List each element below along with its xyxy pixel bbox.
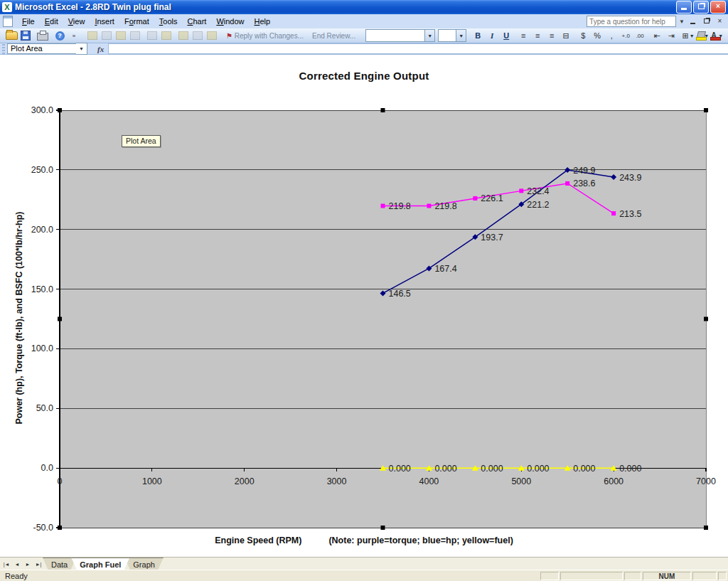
workbook-close-button[interactable]: × xyxy=(714,16,725,26)
font-size-select[interactable]: ▼ xyxy=(438,29,466,42)
svg-text:167.4: 167.4 xyxy=(434,264,456,274)
menu-view[interactable]: View xyxy=(63,15,90,28)
underline-button[interactable]: U xyxy=(500,30,513,42)
help-search-input[interactable] xyxy=(587,16,676,27)
menu-tools[interactable]: Tools xyxy=(154,15,183,28)
comma-button[interactable]: , xyxy=(605,30,618,42)
menu-format[interactable]: Format xyxy=(119,15,154,28)
sheet-tab-bar: |◄◄►►| DataGraph FuelGraph xyxy=(0,557,728,570)
svg-text:150.0: 150.0 xyxy=(31,284,53,294)
status-num: NUM xyxy=(643,572,691,580)
excel-app-icon: X xyxy=(2,2,12,12)
review-toolbar-button[interactable] xyxy=(86,30,99,42)
name-box[interactable]: Plot Area xyxy=(7,43,76,54)
plot-area[interactable] xyxy=(60,110,706,528)
review-toolbar-button[interactable] xyxy=(114,30,127,42)
svg-text:200.0: 200.0 xyxy=(31,225,53,235)
borders-button[interactable]: ⊞▼ xyxy=(682,30,695,42)
bold-button[interactable]: B xyxy=(471,30,484,42)
chevron-down-icon: ▼ xyxy=(424,30,434,41)
review-icon xyxy=(102,31,112,40)
menu-help[interactable]: Help xyxy=(250,15,276,28)
help-dropdown-icon[interactable]: ▼ xyxy=(679,18,685,25)
align-right-button[interactable]: ≡ xyxy=(545,30,558,42)
open-button[interactable] xyxy=(5,30,18,42)
svg-text:1000: 1000 xyxy=(142,476,162,486)
minimize-button[interactable] xyxy=(676,1,692,14)
sheet-tab-graph[interactable]: Graph xyxy=(124,558,164,570)
review-toolbar-button[interactable] xyxy=(129,30,141,42)
review-icon xyxy=(178,31,188,40)
window-title: Microsoft Excel - 2.8RD Twin plug final xyxy=(15,2,171,12)
sheet-tab-data[interactable]: Data xyxy=(43,558,76,570)
x-axis-note: (Note: purple=torque; blue=hp; yellow=fu… xyxy=(328,535,513,545)
menu-insert[interactable]: Insert xyxy=(90,15,119,28)
svg-text:300.0: 300.0 xyxy=(31,105,53,115)
toolbar-options-button[interactable]: » xyxy=(724,30,728,42)
decrease-decimal-button[interactable]: .00 xyxy=(633,30,646,42)
svg-text:5000: 5000 xyxy=(511,476,531,486)
review-toolbar-button[interactable] xyxy=(100,30,113,42)
workbook-icon xyxy=(3,16,13,27)
excel-window: X Microsoft Excel - 2.8RD Twin plug fina… xyxy=(0,0,728,581)
prev-sheet-button[interactable]: ◄ xyxy=(12,559,22,569)
toolbar-options-button[interactable]: » xyxy=(68,30,80,42)
toolbar-grip[interactable] xyxy=(2,44,5,54)
svg-text:0.000: 0.000 xyxy=(389,464,411,474)
increase-decimal-button[interactable]: +.0 xyxy=(619,30,632,42)
help-button[interactable]: ? xyxy=(53,30,66,42)
svg-text:2000: 2000 xyxy=(235,476,255,486)
workbook-restore-button[interactable] xyxy=(701,16,712,26)
restore-button[interactable] xyxy=(693,1,709,14)
review-toolbar-button[interactable] xyxy=(160,30,173,42)
name-box-dropdown-icon[interactable]: ▼ xyxy=(76,43,87,55)
close-button[interactable]: × xyxy=(710,1,726,14)
percent-button[interactable]: % xyxy=(591,30,604,42)
printer-icon xyxy=(37,33,48,41)
formula-input[interactable] xyxy=(108,43,728,54)
formula-bar: Plot Area ▼ fx xyxy=(0,43,728,55)
reply-with-changes-button[interactable]: ⚑ Reply with Changes... xyxy=(222,32,308,40)
save-button[interactable] xyxy=(19,30,32,42)
review-icon xyxy=(161,31,171,40)
currency-button[interactable]: $ xyxy=(577,30,589,42)
review-toolbar-button[interactable] xyxy=(146,30,159,42)
menu-chart[interactable]: Chart xyxy=(182,15,211,28)
menu-file[interactable]: File xyxy=(17,15,40,28)
align-center-button[interactable]: ≡ xyxy=(531,30,544,42)
y-axis-title[interactable]: Power (hp), Torque (ft-lb), and BSFC (10… xyxy=(14,119,27,517)
decrease-indent-button[interactable]: ⇤ xyxy=(651,30,663,42)
sheet-tab-graph-fuel[interactable]: Graph Fuel xyxy=(71,558,129,570)
italic-button[interactable]: I xyxy=(486,30,498,42)
next-sheet-button[interactable]: ► xyxy=(23,559,33,569)
font-color-button[interactable]: A▼ xyxy=(710,30,723,42)
svg-text:146.5: 146.5 xyxy=(389,289,411,299)
chart-plot[interactable]: 300.0250.0200.0150.0100.050.00.0-50.0010… xyxy=(0,55,728,557)
svg-text:238.6: 238.6 xyxy=(573,178,595,188)
chevron-down-icon: ▼ xyxy=(456,30,466,41)
merge-center-button[interactable]: ⊟ xyxy=(560,30,572,42)
menu-window[interactable]: Window xyxy=(211,15,249,28)
menu-edit[interactable]: Edit xyxy=(40,15,63,28)
print-button[interactable] xyxy=(36,30,49,42)
font-name-select[interactable]: ▼ xyxy=(365,29,435,42)
insert-function-icon[interactable]: fx xyxy=(97,45,104,53)
chart-sheet[interactable]: Corrected Engine Output 300.0250.0200.01… xyxy=(0,55,728,557)
svg-text:0.0: 0.0 xyxy=(41,463,53,473)
end-review-button[interactable]: End Review... xyxy=(308,32,360,40)
last-sheet-button[interactable]: ►| xyxy=(33,559,43,569)
first-sheet-button[interactable]: |◄ xyxy=(1,559,11,569)
review-icon xyxy=(87,31,97,40)
workbook-minimize-button[interactable] xyxy=(687,16,698,26)
svg-text:3000: 3000 xyxy=(327,476,347,486)
review-icon xyxy=(130,31,140,40)
x-axis-title[interactable]: Engine Speed (RPM)(Note: purple=torque; … xyxy=(0,535,728,545)
review-toolbar-button[interactable] xyxy=(177,30,190,42)
fill-color-button[interactable]: ▼ xyxy=(696,30,709,42)
align-left-button[interactable]: ≡ xyxy=(517,30,530,42)
review-toolbar-button[interactable] xyxy=(205,30,218,42)
svg-text:193.7: 193.7 xyxy=(481,233,503,242)
review-toolbar-button[interactable] xyxy=(191,30,204,42)
increase-indent-button[interactable]: ⇥ xyxy=(665,30,678,42)
svg-text:0.000: 0.000 xyxy=(527,464,549,474)
